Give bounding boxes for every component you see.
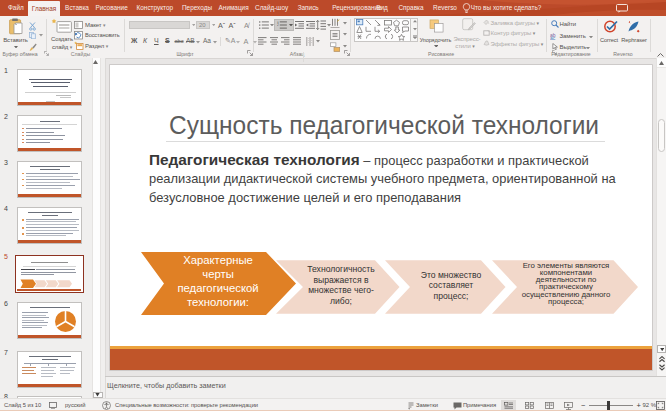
svg-text:2: 2	[277, 23, 279, 27]
svg-text:ac: ac	[550, 35, 556, 40]
